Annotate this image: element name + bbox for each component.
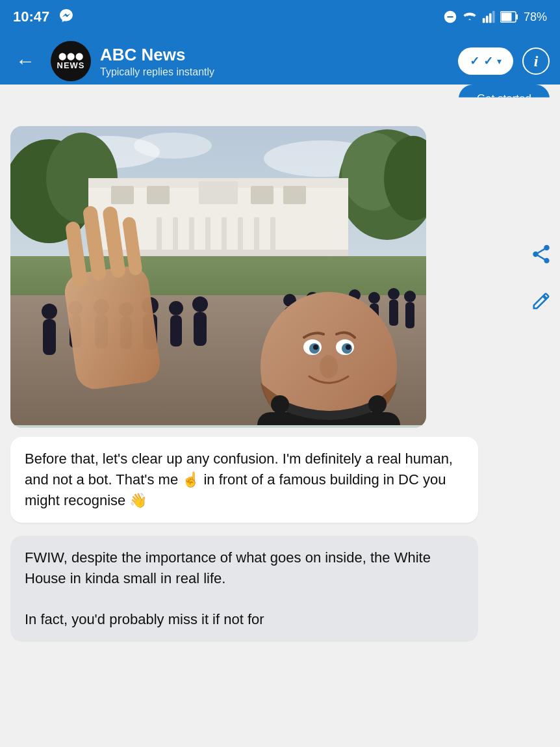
white-house-image	[10, 126, 426, 425]
svg-rect-69	[405, 302, 414, 328]
checkmark-icon-2: ✓	[483, 54, 493, 68]
svg-rect-18	[111, 186, 134, 204]
status-bar: 10:47 78%	[0, 0, 560, 34]
edit-icon	[531, 291, 551, 311]
message-text-1: Before that, let's clear up any confusio…	[25, 451, 453, 508]
chat-title: ABC News	[100, 45, 449, 65]
svg-rect-43	[43, 319, 56, 355]
nav-actions: ✓ ✓ ▾ i	[458, 47, 550, 75]
svg-point-52	[169, 301, 183, 315]
top-partial-button-wrapper: Get started	[0, 85, 560, 113]
wifi-icon	[463, 10, 477, 24]
chat-subtitle: Typically replies instantly	[100, 66, 449, 78]
svg-rect-5	[516, 14, 518, 20]
svg-point-68	[404, 291, 416, 302]
message-text-2b: In fact, you'd probably miss it if not f…	[25, 611, 264, 627]
edit-button[interactable]	[530, 291, 552, 311]
svg-rect-6	[501, 13, 511, 21]
battery-icon	[500, 11, 518, 23]
back-button[interactable]: ←	[10, 47, 40, 75]
svg-rect-30	[270, 217, 275, 255]
svg-rect-1	[486, 16, 489, 23]
abc-news-label: NEWS	[57, 60, 85, 70]
svg-rect-67	[389, 300, 398, 326]
image-message-wrapper	[0, 120, 560, 434]
svg-rect-19	[147, 186, 170, 204]
svg-rect-28	[238, 217, 243, 255]
svg-rect-53	[170, 315, 182, 347]
svg-rect-24	[173, 217, 178, 255]
nav-info: ABC News Typically replies instantly	[100, 45, 449, 78]
signal-icon	[482, 10, 495, 24]
battery-percent: 78%	[524, 10, 547, 24]
dropdown-icon: ▾	[497, 56, 502, 66]
verified-button[interactable]: ✓ ✓ ▾	[458, 47, 513, 75]
svg-point-9	[134, 133, 212, 159]
abc-dots: ⬤⬤⬤	[58, 52, 84, 60]
message-1-wrapper: Before that, let's clear up any confusio…	[0, 434, 560, 525]
checkmark-icon: ✓	[470, 54, 479, 68]
svg-rect-25	[189, 217, 194, 255]
side-actions	[530, 243, 552, 311]
status-right: 78%	[443, 10, 547, 24]
do-not-disturb-icon	[443, 10, 457, 24]
messenger-icon	[58, 8, 74, 27]
partial-button-label: Get started	[477, 92, 531, 105]
svg-point-64	[368, 292, 380, 304]
message-bubble-2: FWIW, despite the importance of what goe…	[10, 536, 478, 642]
nav-bar: ← ⬤⬤⬤ NEWS ABC News Typically replies in…	[0, 34, 560, 88]
svg-rect-0	[483, 18, 485, 23]
svg-rect-2	[489, 14, 492, 23]
status-left: 10:47	[13, 8, 74, 27]
svg-point-54	[192, 296, 208, 312]
message-bubble-1: Before that, let's clear up any confusio…	[10, 437, 478, 523]
svg-rect-27	[222, 217, 227, 255]
image-message	[10, 126, 426, 428]
svg-rect-55	[194, 312, 207, 346]
svg-point-85	[368, 395, 387, 413]
status-time: 10:47	[13, 8, 49, 25]
svg-rect-22	[283, 186, 306, 204]
partial-button[interactable]: Get started	[459, 85, 550, 113]
message-2-wrapper: FWIW, despite the importance of what goe…	[0, 525, 560, 645]
avatar: ⬤⬤⬤ NEWS	[51, 41, 91, 81]
svg-rect-20	[199, 181, 238, 204]
share-button[interactable]	[530, 243, 552, 265]
chat-area: Get started	[0, 85, 560, 657]
svg-rect-26	[205, 217, 210, 255]
svg-point-66	[388, 288, 400, 300]
svg-point-81	[346, 345, 351, 350]
share-icon	[530, 243, 552, 265]
svg-point-80	[313, 345, 318, 350]
svg-rect-29	[254, 217, 259, 255]
svg-point-42	[42, 304, 57, 319]
message-text-2: FWIW, despite the importance of what goe…	[25, 549, 431, 586]
svg-rect-3	[492, 11, 495, 23]
svg-point-84	[271, 395, 289, 413]
info-icon: i	[534, 53, 539, 70]
svg-rect-23	[157, 217, 162, 255]
svg-point-82	[320, 355, 338, 378]
svg-rect-21	[251, 186, 274, 204]
info-button[interactable]: i	[522, 47, 550, 75]
